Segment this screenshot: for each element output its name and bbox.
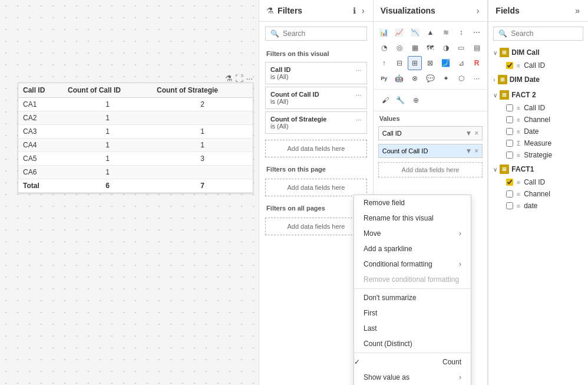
viz-icon-ai[interactable]: 🤖 bbox=[392, 71, 407, 85]
tree-item-call-id[interactable]: ≡ Call ID bbox=[488, 176, 588, 188]
context-menu-item-remove-field[interactable]: Remove field bbox=[354, 195, 471, 210]
viz-icon-col[interactable]: 📈 bbox=[392, 25, 407, 40]
more-icon[interactable]: ··· bbox=[246, 74, 253, 83]
tree-group-header-dim-date[interactable]: › ⊞ DIM Date bbox=[488, 73, 588, 87]
viz-icon-pie[interactable]: ◔ bbox=[377, 41, 391, 55]
add-data-field-page[interactable]: Add data fields here bbox=[265, 179, 367, 196]
context-menu-item-count[interactable]: Count bbox=[354, 354, 471, 370]
viz-icon-tree[interactable]: ▦ bbox=[408, 41, 422, 55]
viz-format-icon[interactable]: 🖌 bbox=[378, 93, 392, 107]
viz-icon-bar[interactable]: 📊 bbox=[377, 25, 391, 40]
viz-icon-waterfall[interactable]: ↕ bbox=[454, 25, 468, 40]
viz-icon-map[interactable]: 🗺 bbox=[423, 41, 437, 55]
tree-item-checkbox[interactable] bbox=[506, 190, 513, 198]
tree-item-checkbox[interactable] bbox=[506, 62, 513, 69]
tree-item-date[interactable]: ≡ date bbox=[488, 200, 588, 212]
filter-more-btn[interactable]: ··· bbox=[356, 66, 362, 74]
filter-item[interactable]: ··· Count of Call ID is (All) bbox=[265, 87, 367, 109]
context-menu-item-don't-summarize[interactable]: Don't summarize bbox=[354, 290, 471, 305]
field-count-callid-remove[interactable]: × bbox=[474, 147, 478, 155]
tree-item-date[interactable]: ≡ Date bbox=[488, 126, 588, 137]
tree-item-label: Date bbox=[524, 127, 539, 136]
tree-item-call-id[interactable]: ≡ Call ID bbox=[488, 102, 588, 114]
viz-icon-funnel[interactable]: ⊿ bbox=[454, 56, 468, 70]
tree-item-checkbox[interactable] bbox=[506, 140, 513, 147]
viz-icon-table[interactable]: ⊞ bbox=[408, 56, 422, 70]
viz-icon-ribbon[interactable]: ≋ bbox=[439, 25, 453, 40]
tree-item-checkbox[interactable] bbox=[506, 202, 513, 209]
context-menu-item-last[interactable]: Last bbox=[354, 321, 471, 336]
tree-item-channel[interactable]: ≡ Channel bbox=[488, 188, 588, 200]
filter-more-btn[interactable]: ··· bbox=[356, 116, 362, 124]
viz-icon-donut[interactable]: ◎ bbox=[392, 41, 407, 55]
menu-item-label: First bbox=[364, 309, 377, 317]
tree-group-header-fact1[interactable]: ∨ ⊞ FACT1 bbox=[488, 162, 588, 176]
viz-icon-card[interactable]: ▭ bbox=[454, 41, 468, 55]
viz-add-icon[interactable]: ⊕ bbox=[409, 93, 423, 107]
viz-icon-multi[interactable]: ▤ bbox=[470, 41, 484, 55]
tree-item-checkbox[interactable] bbox=[506, 128, 513, 135]
tree-item-checkbox[interactable] bbox=[506, 152, 513, 159]
tree-item-channel[interactable]: ≡ Channel bbox=[488, 114, 588, 126]
fields-search-box[interactable]: 🔍 bbox=[493, 27, 583, 41]
tree-item-label: Channel bbox=[524, 116, 550, 124]
context-menu-item-add-a-sparkline[interactable]: Add a sparkline bbox=[354, 241, 471, 256]
field-callid-dropdown[interactable]: ▼ bbox=[465, 129, 472, 137]
cell-count-strategie bbox=[152, 166, 253, 179]
viz-icon-scatter[interactable]: ⋯ bbox=[470, 25, 484, 40]
filters-info-btn[interactable]: ℹ bbox=[352, 5, 357, 17]
viz-icon-line[interactable]: 📉 bbox=[408, 25, 422, 40]
cell-count-strategie: 3 bbox=[152, 152, 253, 166]
tree-item-checkbox[interactable] bbox=[506, 116, 513, 123]
tree-item-checkbox[interactable] bbox=[506, 179, 513, 186]
tree-group-header-dim-call[interactable]: ∨ ⊞ DIM Call bbox=[488, 45, 588, 60]
context-menu-item-first[interactable]: First bbox=[354, 305, 471, 321]
viz-icon-area[interactable]: ▲ bbox=[423, 25, 437, 40]
fields-search-input[interactable] bbox=[511, 29, 578, 38]
viz-icon-py[interactable]: Py bbox=[377, 71, 391, 85]
tree-item-call-id[interactable]: ≡ Call ID bbox=[488, 60, 588, 71]
tree-group-header-fact-2[interactable]: ∨ ⊞ FACT 2 bbox=[488, 88, 588, 102]
context-menu-item-conditional-formatting[interactable]: Conditional formatting› bbox=[354, 256, 471, 272]
context-menu-item-show-value-as[interactable]: Show value as› bbox=[354, 370, 471, 385]
viz-icon-r[interactable]: R bbox=[470, 56, 484, 70]
context-menu-item-rename-for-this-visual[interactable]: Rename for this visual bbox=[354, 210, 471, 226]
filters-expand-btn[interactable]: › bbox=[361, 5, 366, 17]
context-menu-item-move[interactable]: Move› bbox=[354, 226, 471, 241]
field-callid-remove[interactable]: × bbox=[474, 129, 478, 137]
cell-callid: CA4 bbox=[18, 139, 63, 152]
data-table: Call ID Count of Call ID Count of Strate… bbox=[18, 83, 253, 193]
viz-add-field[interactable]: Add data fields here bbox=[378, 162, 483, 177]
filter-icon[interactable]: ⚗ bbox=[225, 74, 233, 83]
filter-search-box[interactable]: 🔍 bbox=[265, 27, 367, 41]
expand-icon[interactable]: ⛶ bbox=[235, 74, 243, 83]
viz-field-callid[interactable]: Call ID ▼ × bbox=[378, 126, 483, 140]
viz-icon-slicer[interactable]: ⊟ bbox=[392, 56, 407, 70]
viz-icon-qa[interactable]: 💬 bbox=[423, 71, 437, 85]
viz-icon-smart[interactable]: ✦ bbox=[439, 71, 453, 85]
context-menu-item-count-(distinct)[interactable]: Count (Distinct) bbox=[354, 336, 471, 351]
filter-search-input[interactable] bbox=[283, 29, 362, 38]
add-data-field-visual[interactable]: Add data fields here bbox=[265, 140, 367, 157]
viz-icon-decomp[interactable]: ⊗ bbox=[408, 71, 422, 85]
tree-item-checkbox[interactable] bbox=[506, 104, 513, 111]
viz-analytics-icon[interactable]: 🔧 bbox=[394, 93, 408, 107]
menu-item-label: Conditional formatting bbox=[364, 260, 432, 268]
viz-icon-shape[interactable]: ⬡ bbox=[454, 71, 468, 85]
fields-expand-btn[interactable]: » bbox=[574, 5, 581, 17]
cell-callid: CA5 bbox=[18, 152, 63, 166]
filter-item[interactable]: ··· Call ID is (All) bbox=[265, 62, 367, 84]
viz-icon-matrix[interactable]: ⊠ bbox=[423, 56, 437, 70]
add-data-field-all[interactable]: Add data fields here bbox=[265, 218, 367, 235]
viz-field-count-callid[interactable]: Count of Call ID ▼ × bbox=[378, 144, 483, 158]
filter-item[interactable]: ··· Count of Strategie is (All) bbox=[265, 111, 367, 134]
viz-icon-gauge[interactable]: ◑ bbox=[439, 41, 453, 55]
viz-icon-kpi[interactable]: ↑ bbox=[377, 56, 391, 70]
filter-more-btn[interactable]: ··· bbox=[356, 91, 362, 99]
tree-item-strategie[interactable]: ≡ Strategie bbox=[488, 149, 588, 161]
viz-icon-filled-map[interactable]: 🗾 bbox=[439, 56, 453, 70]
field-count-callid-dropdown[interactable]: ▼ bbox=[465, 147, 472, 155]
viz-expand-btn[interactable]: › bbox=[475, 5, 481, 17]
viz-icon-more-viz[interactable]: ··· bbox=[470, 71, 484, 85]
tree-item-measure[interactable]: Σ Measure bbox=[488, 137, 588, 149]
